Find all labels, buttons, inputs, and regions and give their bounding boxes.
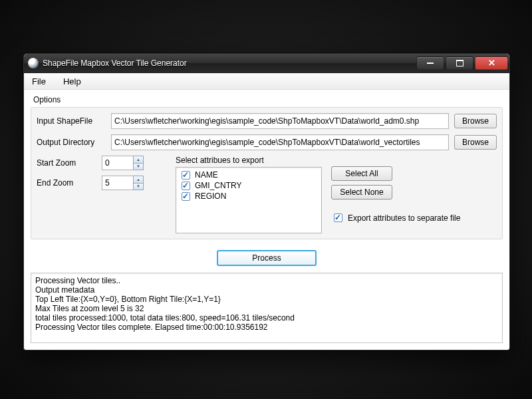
menu-file[interactable]: File — [29, 75, 49, 88]
app-window: ShapeFile Mapbox Vector Tile Generator ✕… — [23, 53, 510, 350]
list-item: NAME — [179, 170, 319, 180]
log-output[interactable]: Processing Vector tiles.. Output metadat… — [31, 273, 503, 343]
minimize-button[interactable] — [416, 57, 444, 70]
attribute-checkbox[interactable] — [182, 182, 190, 190]
menu-help[interactable]: Help — [61, 75, 84, 88]
options-label: Options — [31, 94, 503, 107]
select-none-button[interactable]: Select None — [331, 185, 392, 200]
export-attributes-checkbox[interactable] — [334, 213, 342, 222]
browse-input-button[interactable]: Browse — [454, 114, 497, 128]
titlebar[interactable]: ShapeFile Mapbox Vector Tile Generator ✕ — [24, 54, 509, 73]
app-icon — [28, 58, 39, 68]
attribute-name: REGION — [195, 192, 226, 201]
end-zoom-stepper[interactable]: ▲▼ — [102, 176, 144, 190]
output-directory-label: Output Directory — [37, 138, 111, 147]
start-zoom-label: Start Zoom — [37, 158, 96, 168]
spin-down-icon[interactable]: ▼ — [133, 163, 144, 171]
attribute-checkbox[interactable] — [182, 171, 190, 180]
list-item: REGION — [179, 191, 319, 201]
export-attributes-label: Export attributes to separate file — [348, 213, 460, 223]
attribute-name: GMI_CNTRY — [195, 181, 241, 190]
attribute-name: NAME — [195, 170, 218, 180]
browse-output-button[interactable]: Browse — [454, 135, 497, 150]
menubar: File Help — [24, 73, 509, 90]
attribute-checkbox[interactable] — [182, 192, 190, 201]
process-button[interactable]: Process — [217, 250, 317, 266]
close-button[interactable]: ✕ — [475, 57, 508, 70]
start-zoom-input[interactable] — [102, 156, 133, 170]
input-shapefile-field[interactable] — [111, 113, 449, 129]
start-zoom-stepper[interactable]: ▲▼ — [102, 156, 144, 170]
spin-up-icon[interactable]: ▲ — [133, 156, 144, 163]
options-panel: Input ShapeFile Browse Output Directory … — [31, 107, 503, 239]
window-title: ShapeFile Mapbox Vector Tile Generator — [43, 59, 416, 68]
attributes-label: Select attribues to export — [176, 156, 322, 165]
input-shapefile-label: Input ShapeFile — [37, 116, 111, 126]
spin-up-icon[interactable]: ▲ — [133, 176, 144, 183]
spin-down-icon[interactable]: ▼ — [133, 183, 144, 191]
maximize-button[interactable] — [446, 57, 473, 70]
output-directory-field[interactable] — [111, 134, 449, 150]
client-area: Options Input ShapeFile Browse Output Di… — [24, 90, 509, 350]
attributes-listbox[interactable]: NAME GMI_CNTRY REGION — [176, 167, 322, 233]
list-item: GMI_CNTRY — [179, 180, 319, 191]
select-all-button[interactable]: Select All — [331, 166, 392, 181]
end-zoom-input[interactable] — [102, 176, 133, 190]
end-zoom-label: End Zoom — [37, 178, 96, 188]
